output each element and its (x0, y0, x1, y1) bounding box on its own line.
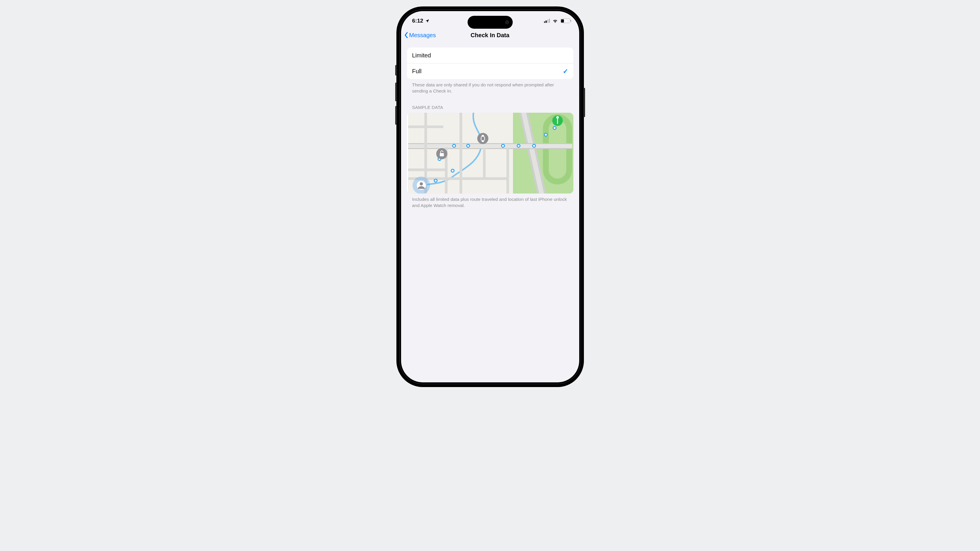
svg-point-7 (453, 144, 456, 147)
location-services-icon (425, 19, 430, 23)
option-label: Full (412, 68, 422, 75)
silence-switch (395, 65, 397, 76)
destination-pin-icon (552, 115, 563, 126)
cellular-signal-icon (544, 19, 550, 23)
svg-point-13 (544, 133, 547, 136)
sample-footer: Includes all limited data plus route tra… (407, 194, 573, 209)
volume-down-button (395, 106, 397, 125)
options-footer: These data are only shared if you do not… (407, 79, 573, 94)
svg-rect-18 (440, 153, 444, 156)
battery-icon: 30 (560, 19, 570, 23)
power-button (583, 88, 585, 117)
sample-data-header: SAMPLE DATA (407, 94, 573, 113)
svg-point-10 (501, 144, 504, 147)
nav-bar: Messages Check In Data (401, 28, 579, 42)
status-time: 6:12 (412, 17, 423, 24)
iphone-frame: 6:12 30 (396, 6, 584, 387)
svg-point-16 (420, 182, 423, 185)
unlock-marker-icon (436, 148, 447, 159)
svg-rect-3 (408, 144, 572, 148)
avatar-icon (417, 181, 426, 190)
screen: 6:12 30 (401, 11, 579, 383)
svg-rect-21 (482, 135, 484, 136)
option-limited[interactable]: Limited (407, 48, 573, 63)
svg-point-4 (434, 179, 437, 182)
volume-up-button (395, 83, 397, 101)
svg-point-14 (553, 127, 556, 129)
svg-point-19 (477, 133, 488, 144)
back-button[interactable]: Messages (404, 32, 436, 39)
back-label: Messages (409, 32, 436, 39)
svg-rect-22 (482, 141, 484, 142)
svg-point-8 (467, 144, 469, 147)
option-label: Limited (412, 52, 431, 59)
dynamic-island (468, 16, 513, 29)
check-icon: ✓ (563, 68, 568, 75)
battery-percent-label: 30 (561, 19, 570, 23)
data-options-group: Limited Full ✓ (407, 48, 573, 79)
svg-point-25 (556, 116, 559, 119)
map-illustration (407, 113, 573, 194)
wifi-icon (552, 19, 558, 23)
watch-marker-icon (477, 133, 488, 144)
svg-point-11 (517, 144, 520, 147)
svg-point-12 (533, 144, 536, 147)
svg-point-6 (451, 169, 454, 172)
option-full[interactable]: Full ✓ (407, 63, 573, 79)
chevron-left-icon (404, 32, 409, 39)
sample-map (407, 113, 573, 194)
